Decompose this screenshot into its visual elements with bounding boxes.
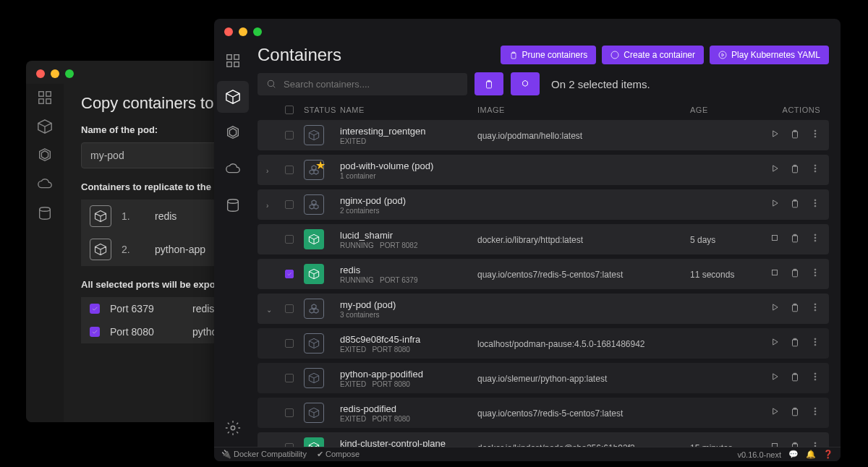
menu-action-icon[interactable]	[810, 163, 820, 176]
row-age: 11 seconds	[690, 270, 734, 280]
dashboard-icon[interactable]	[217, 45, 249, 77]
containers-nav-icon[interactable]	[217, 81, 249, 113]
maximize-icon[interactable]	[65, 69, 74, 78]
row-checkbox[interactable]	[285, 200, 294, 209]
menu-action-icon[interactable]	[810, 233, 820, 246]
port-checkbox[interactable]	[90, 304, 100, 314]
play-action-icon[interactable]	[770, 129, 780, 142]
search-input[interactable]	[258, 73, 467, 95]
close-icon[interactable]	[224, 27, 233, 36]
play-action-icon[interactable]	[770, 372, 780, 385]
table-row[interactable]: ⌄my-pod (pod)3 containers	[258, 294, 829, 324]
row-checkbox[interactable]	[285, 408, 294, 417]
svg-point-34	[814, 338, 816, 340]
dashboard-icon[interactable]	[37, 90, 53, 106]
menu-action-icon[interactable]	[810, 267, 820, 280]
menu-action-icon[interactable]	[810, 129, 820, 142]
volumes-icon[interactable]	[37, 205, 53, 221]
menu-action-icon[interactable]	[810, 302, 820, 315]
compose-indicator[interactable]: ✔ Compose	[317, 450, 359, 459]
cloud-icon[interactable]	[37, 176, 53, 192]
trash-action-icon[interactable]	[790, 372, 800, 385]
stop-action-icon[interactable]	[770, 267, 780, 280]
table-row[interactable]: ›nginx-pod (pod)2 containers	[258, 189, 829, 220]
trash-action-icon[interactable]	[790, 337, 800, 350]
svg-point-36	[814, 344, 816, 346]
row-checkbox[interactable]	[285, 166, 294, 174]
volumes-nav-icon[interactable]	[217, 189, 249, 221]
settings-icon[interactable]	[217, 412, 249, 444]
row-subtext: RUNNING PORT 8082	[340, 241, 477, 249]
bulk-delete-button[interactable]	[475, 72, 503, 95]
pods-nav-icon[interactable]	[217, 117, 249, 149]
svg-point-18	[814, 168, 816, 169]
menu-action-icon[interactable]	[810, 406, 820, 419]
item-number: 1.	[122, 210, 132, 222]
row-checkbox[interactable]	[285, 374, 294, 382]
trash-action-icon[interactable]	[790, 198, 800, 211]
trash-action-icon[interactable]	[790, 406, 800, 419]
table-row[interactable]: lucid_shamirRUNNING PORT 8082docker.io/l…	[258, 224, 829, 254]
table-row[interactable]: interesting_roentgenEXITEDquay.io/podman…	[258, 120, 829, 150]
port-checkbox[interactable]	[90, 327, 100, 337]
table-row[interactable]: ›★pod-with-volume (pod)1 container	[258, 155, 829, 185]
play-action-icon[interactable]	[770, 198, 780, 211]
item-name: python-app	[155, 244, 205, 255]
svg-point-21	[814, 202, 816, 204]
help-icon[interactable]: ❓	[823, 450, 833, 459]
prune-button[interactable]: Prune containers	[501, 46, 597, 64]
svg-point-44	[814, 442, 816, 444]
item-name: redis	[155, 210, 176, 222]
svg-point-22	[814, 205, 816, 207]
chat-icon[interactable]: 💬	[788, 450, 799, 459]
svg-point-9	[228, 200, 239, 204]
row-checkbox[interactable]	[285, 270, 294, 278]
table-row[interactable]: redis-podifiedEXITED PORT 8080quay.io/ce…	[258, 398, 829, 428]
docker-compat-indicator[interactable]: 🔌 Docker Compatibility	[221, 450, 307, 459]
close-icon[interactable]	[36, 69, 45, 78]
expand-caret-icon[interactable]: ›	[266, 202, 268, 210]
status-icon	[304, 368, 324, 388]
row-checkbox[interactable]	[285, 339, 294, 348]
svg-rect-7	[227, 62, 231, 67]
bulk-cubes-button[interactable]	[511, 72, 540, 95]
play-action-icon[interactable]	[770, 337, 780, 350]
main-panel: Containers Prune containers Create a con…	[252, 42, 835, 450]
table-row[interactable]: redisRUNNING PORT 6379quay.io/centos7/re…	[258, 259, 829, 289]
row-subtext: EXITED PORT 8080	[340, 346, 477, 354]
bell-icon[interactable]: 🔔	[806, 450, 816, 459]
play-yaml-button[interactable]: Play Kubernetes YAML	[710, 46, 829, 64]
select-all-checkbox[interactable]	[285, 106, 294, 114]
create-container-button[interactable]: Create a container	[602, 46, 704, 64]
expand-caret-icon[interactable]: ›	[266, 167, 268, 175]
table-row[interactable]: python-app-podifiedEXITED PORT 8080quay.…	[258, 363, 829, 393]
play-action-icon[interactable]	[770, 302, 780, 315]
trash-action-icon[interactable]	[790, 267, 800, 280]
row-checkbox[interactable]	[285, 304, 294, 313]
containers-icon[interactable]	[37, 119, 53, 134]
trash-action-icon[interactable]	[790, 233, 800, 246]
svg-point-13	[268, 80, 273, 86]
status-icon	[304, 194, 324, 215]
trash-action-icon[interactable]	[790, 163, 800, 176]
row-checkbox[interactable]	[285, 131, 294, 140]
play-action-icon[interactable]	[770, 163, 780, 176]
trash-action-icon[interactable]	[790, 129, 800, 142]
menu-action-icon[interactable]	[810, 337, 820, 350]
minimize-icon[interactable]	[239, 27, 247, 36]
play-action-icon[interactable]	[770, 406, 780, 419]
maximize-icon[interactable]	[253, 27, 262, 36]
search-field[interactable]	[284, 79, 459, 90]
menu-action-icon[interactable]	[810, 372, 820, 385]
minimize-icon[interactable]	[51, 69, 59, 78]
trash-action-icon[interactable]	[790, 302, 800, 315]
row-checkbox[interactable]	[285, 235, 294, 244]
stop-action-icon[interactable]	[770, 233, 780, 246]
expand-caret-icon[interactable]: ⌄	[266, 306, 272, 314]
table-row[interactable]: d85c9e08fc45-infraEXITED PORT 8080localh…	[258, 328, 829, 359]
menu-action-icon[interactable]	[810, 198, 820, 211]
pods-icon[interactable]	[37, 147, 53, 163]
table-header: STATUS NAME IMAGE AGE ACTIONS	[258, 101, 829, 120]
cloud-nav-icon[interactable]	[217, 153, 249, 185]
sidebar	[214, 42, 252, 450]
